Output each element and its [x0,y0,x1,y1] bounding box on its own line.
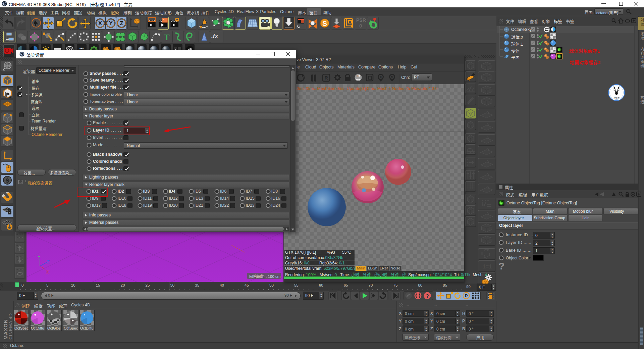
svg-text:55: 55 [294,283,299,287]
svg-text:?: ? [426,293,429,299]
svg-text:65: 65 [344,283,348,287]
svg-text:60: 60 [319,283,323,287]
svg-text:15: 15 [96,283,100,287]
svg-text:M: M [391,76,393,79]
svg-text:P: P [465,293,468,298]
svg-text:30: 30 [170,283,174,287]
svg-text:S: S [322,19,327,27]
svg-text:70: 70 [369,283,373,287]
svg-text:X: X [98,20,102,27]
svg-text:45: 45 [245,283,249,287]
svg-text:Y: Y [109,20,113,27]
svg-text:5: 5 [46,283,48,287]
svg-text:Y: Y [38,255,41,260]
svg-text:50: 50 [269,283,274,287]
svg-text:F: F [380,76,382,79]
svg-text:R: R [324,75,328,81]
svg-text:0: 0 [21,283,23,287]
svg-text:20: 20 [121,283,125,287]
svg-text:1=1: 1=1 [483,264,492,269]
svg-text:T: T [164,33,169,42]
svg-text:Z: Z [47,259,50,264]
svg-text:35: 35 [195,283,199,287]
svg-text:行走者: 行走者 [613,96,620,99]
svg-text:25: 25 [146,283,150,287]
svg-text:Z: Z [120,20,123,27]
svg-text:75: 75 [393,283,398,287]
svg-text:X: X [46,269,49,274]
svg-text:10: 10 [71,283,75,287]
svg-text:40: 40 [220,283,224,287]
svg-text:85: 85 [443,283,447,287]
svg-text:80: 80 [418,283,422,287]
